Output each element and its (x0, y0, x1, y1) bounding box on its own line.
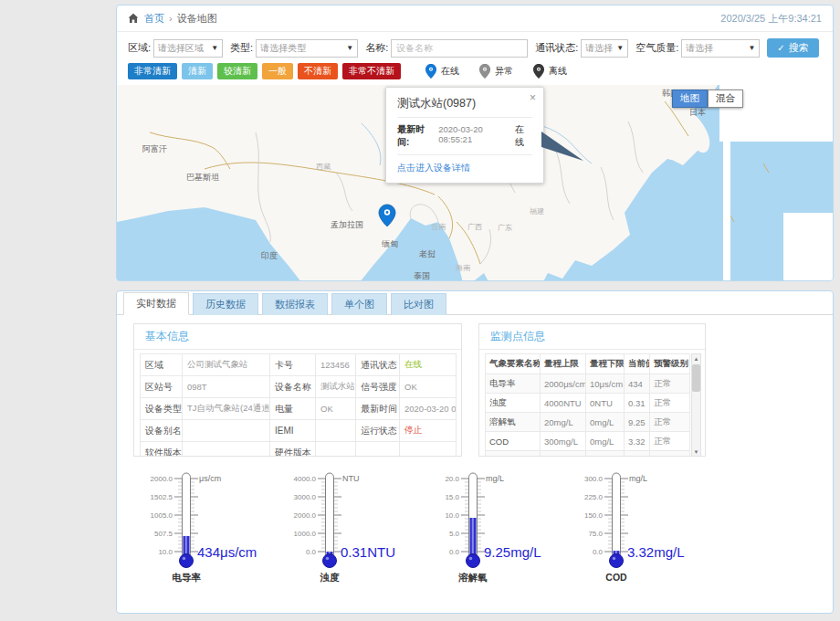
info-value-cell: OK (400, 376, 457, 398)
monitor-value-cell: 0.72 (625, 451, 650, 458)
svg-text:0.0: 0.0 (449, 548, 460, 556)
map-type-button-1[interactable]: 混合 (708, 89, 743, 108)
comm-status-select[interactable]: 请选择▼ (581, 39, 628, 58)
info-label-cell: 区站号 (141, 376, 183, 398)
air-level-badge-3[interactable]: 一般 (262, 63, 293, 79)
map[interactable]: 阿富汗巴基斯坦印度孟加拉国缅甸老挝泰国韩国日本西藏云南广西广东福建海南 地图混合… (117, 85, 834, 281)
gauge-row: 2000.01502.51005.0507.510.0μs/cm434μs/cm… (117, 469, 833, 586)
tab-history-data[interactable]: 历史数据 (193, 293, 258, 315)
monitor-value-cell: 正常 (650, 374, 690, 394)
info-label-cell: 设备名称 (270, 376, 316, 398)
info-value-cell: 2020-03-20 08:55:21 (400, 398, 457, 420)
info-value-cell (316, 420, 356, 442)
svg-text:0.0: 0.0 (593, 548, 604, 556)
monitor-header-cell: 量程上限 (541, 354, 586, 374)
breadcrumb: 首页 › 设备地图 2020/3/25 上午9:34:21 (117, 5, 833, 32)
gauge-value: 0.31NTU (341, 544, 395, 560)
info-label-cell: 卡号 (270, 354, 316, 376)
type-select[interactable]: 请选择类型▼ (256, 39, 358, 58)
monitor-value-cell: 0mg/L (586, 451, 625, 458)
gauge-name: COD (571, 572, 662, 583)
map-label: 福建 (529, 207, 544, 216)
info-label-cell: 运行状态 (356, 420, 400, 442)
info-value-cell: 098T (183, 376, 270, 398)
air-level-badge-1[interactable]: 清新 (182, 63, 213, 79)
popup-time-label: 最新时间: (397, 123, 435, 149)
air-level-badge-4[interactable]: 不清新 (298, 63, 338, 79)
scroll-down-icon[interactable]: ▼ (694, 447, 699, 457)
monitor-value-cell: COD (486, 432, 541, 451)
monitor-info-title: 监测点信息 (479, 324, 705, 350)
svg-text:10.0: 10.0 (445, 511, 459, 520)
map-label: 广西 (467, 223, 482, 231)
popup-callout-tail (541, 132, 585, 166)
table-header-row: 气象要素名称量程上限量程下限当前值预警级别 (486, 354, 690, 374)
chevron-down-icon: ▼ (616, 44, 624, 52)
monitor-value-cell: 0mg/L (586, 432, 625, 451)
basic-info-panel: 基本信息 区域公司测试气象站卡号123456通讯状态在线区站号098T设备名称测… (133, 323, 462, 457)
map-label: 阿富汗 (142, 144, 167, 153)
info-label-cell: 区域 (141, 354, 183, 376)
svg-text:5.0: 5.0 (449, 530, 460, 538)
pin-icon (425, 64, 441, 79)
map-label: 印度 (261, 251, 278, 260)
monitor-value-cell: 正常 (650, 451, 690, 458)
table-row: 设备类型TJ自动气象站(24通道)电量OK最新时间2020-03-20 08:5… (141, 398, 457, 420)
popup-title: 测试水站(0987) (386, 88, 543, 117)
breadcrumb-home-link[interactable]: 首页 (144, 12, 164, 26)
filter-bar: 区域: 请选择区域▼ 类型: 请选择类型▼ 名称: 通讯状态: 请选择▼ 空气质… (117, 32, 833, 61)
monitor-value-cell: 正常 (650, 413, 690, 432)
air-level-badge-2[interactable]: 较清新 (217, 63, 257, 79)
table-row: COD300mg/L0mg/L3.32正常 (486, 432, 690, 451)
air-level-badge-5[interactable]: 非常不清新 (342, 63, 401, 79)
air-quality-label: 空气质量: (635, 41, 678, 55)
svg-text:507.5: 507.5 (154, 530, 173, 538)
breadcrumb-current: 设备地图 (177, 12, 217, 26)
svg-text:NTU: NTU (342, 474, 360, 483)
popup-detail-link[interactable]: 点击进入设备详情 (386, 155, 543, 183)
svg-text:0.0: 0.0 (306, 548, 317, 556)
page: 首页 › 设备地图 2020/3/25 上午9:34:21 区域: 请选择区域▼… (0, 0, 840, 621)
scroll-up-icon[interactable]: ▲ (694, 354, 699, 364)
info-label-cell: 通讯状态 (356, 354, 400, 376)
monitor-info-panel: 监测点信息 气象要素名称量程上限量程下限当前值预警级别电导率2000μs/cm1… (478, 323, 706, 457)
monitor-value-cell: 4000NTU (541, 394, 586, 413)
tab-data-report[interactable]: 数据报表 (262, 293, 328, 315)
info-label-cell: IEMI (270, 420, 316, 442)
island-hainan (469, 260, 482, 273)
type-label: 类型: (230, 41, 253, 55)
tab-single-chart[interactable]: 单个图 (331, 293, 387, 315)
popup-status-row: 最新时间: 2020-03-20 08:55:21 在线 (397, 117, 532, 155)
status-legend-2: 离线 (533, 64, 567, 79)
svg-text:1502.5: 1502.5 (151, 493, 173, 501)
info-label-cell: 信号强度 (356, 376, 400, 398)
gauge-name: 溶解氧 (427, 572, 519, 584)
search-button[interactable]: ✓搜索 (767, 38, 818, 58)
svg-text:mg/L: mg/L (486, 474, 504, 483)
popup-close-icon[interactable]: × (530, 92, 536, 103)
name-input[interactable] (391, 39, 528, 58)
monitor-header-cell: 当前值 (625, 354, 650, 374)
air-quality-select[interactable]: 请选择▼ (681, 39, 760, 58)
tab-realtime-data[interactable]: 实时数据 (123, 292, 189, 315)
table-row: 软件版本硬件版本 (141, 442, 457, 458)
svg-text:225.0: 225.0 (584, 493, 604, 501)
table-row: 浊度4000NTU0NTU0.31正常 (486, 394, 690, 413)
map-type-button-0[interactable]: 地图 (672, 89, 708, 108)
scrollbar[interactable]: ▲ ▼ (691, 353, 701, 457)
region-select[interactable]: 请选择区域▼ (153, 39, 223, 58)
svg-text:75.0: 75.0 (588, 530, 603, 538)
monitor-value-cell: 10μs/cm (586, 374, 625, 394)
svg-text:15.0: 15.0 (445, 493, 459, 501)
monitor-table: 气象要素名称量程上限量程下限当前值预警级别电导率2000μs/cm10μs/cm… (485, 353, 690, 457)
monitor-value-cell: 浊度 (486, 394, 541, 413)
monitor-header-cell: 预警级别 (650, 354, 690, 374)
chevron-down-icon: ▼ (748, 44, 755, 52)
map-label: 缅甸 (382, 239, 398, 248)
tab-compare-chart[interactable]: 比对图 (391, 293, 446, 315)
monitor-value-cell: 300mg/L (541, 432, 586, 451)
scroll-thumb[interactable] (692, 364, 700, 392)
home-icon[interactable] (128, 13, 139, 24)
info-label-cell: 设备类型 (141, 398, 183, 420)
air-level-badge-0[interactable]: 非常清新 (128, 63, 177, 79)
